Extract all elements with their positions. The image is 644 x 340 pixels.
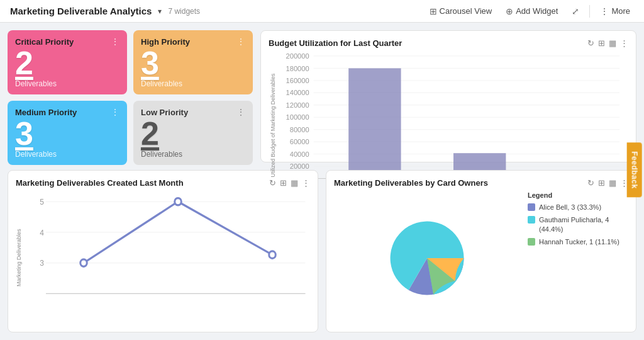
carousel-view-label: Carousel View (440, 6, 492, 16)
expand-button[interactable]: ⤢ (568, 4, 583, 19)
add-icon: ⊕ (506, 6, 513, 16)
card-menu-icon[interactable]: ⋮ (236, 107, 245, 117)
page-title: Marketing Deliverable Analytics (10, 6, 152, 16)
add-widget-button[interactable]: ⊕ Add Widget (502, 4, 562, 19)
expand-icon: ⤢ (572, 6, 579, 16)
card-menu-icon[interactable]: ⋮ (111, 107, 119, 117)
svg-text:3: 3 (40, 259, 44, 268)
top-row: Critical Priority ⋮ 2 Deliverables High … (8, 30, 636, 162)
legend-text-hannah: Hannah Tucker, 1 (11.1%) (539, 237, 619, 246)
y-axis-label: Utilized Budget of Marketing Deliverable… (269, 52, 276, 199)
card-menu-icon[interactable]: ⋮ (111, 37, 119, 47)
svg-text:40000: 40000 (290, 150, 309, 158)
title-dropdown-icon[interactable]: ▾ (158, 7, 162, 16)
pie-legend: Legend Alice Bell, 3 (33.3%) Gauthami Pu… (528, 191, 628, 324)
bottom-row: Marketing Deliverables Created Last Mont… (8, 170, 636, 332)
data-point (175, 198, 182, 205)
bar-oct (348, 68, 401, 178)
budget-chart-card: Budget Utilization for Last Quarter ↻ ⊞ … (260, 30, 636, 162)
svg-text:120000: 120000 (286, 101, 309, 109)
card-number: 3 (141, 47, 245, 79)
pie-chart-card: Marketing Deliverables by Card Owners ↻ … (326, 170, 636, 332)
divider (589, 5, 590, 18)
svg-text:100000: 100000 (286, 113, 309, 121)
chart-title: Marketing Deliverables by Card Owners (334, 178, 488, 188)
legend-color-hannah (528, 238, 535, 246)
grid-icon[interactable]: ⊞ (598, 178, 605, 188)
widget-count-badge: 7 widgets (168, 7, 200, 16)
view-icon[interactable]: ▦ (291, 178, 298, 188)
carousel-icon: ⊞ (430, 6, 437, 16)
view-icon[interactable]: ▦ (609, 178, 616, 188)
low-priority-card: Low Priority ⋮ 2 Deliverables (133, 101, 253, 165)
chart-title: Budget Utilization for Last Quarter (269, 38, 402, 48)
legend-item-hannah: Hannah Tucker, 1 (11.1%) (528, 237, 628, 246)
menu-icon[interactable]: ⋮ (620, 38, 628, 48)
view-icon[interactable]: ▦ (609, 38, 616, 48)
more-icon: ⋮ (600, 6, 609, 16)
legend-text-alice: Alice Bell, 3 (33.3%) (539, 203, 601, 212)
card-menu-icon[interactable]: ⋮ (236, 37, 245, 47)
legend-item-alice: Alice Bell, 3 (33.3%) (528, 203, 628, 212)
line-chart-area: Marketing Deliverables 5 4 3 (16, 191, 310, 324)
refresh-icon[interactable]: ↻ (587, 178, 594, 188)
add-widget-label: Add Widget (516, 6, 558, 16)
chart-actions: ↻ ⊞ ▦ ⋮ (587, 38, 628, 48)
y-axis-label: Marketing Deliverables (16, 191, 25, 324)
svg-text:200000: 200000 (286, 52, 309, 60)
carousel-view-button[interactable]: ⊞ Carousel View (426, 4, 496, 19)
chart-actions: ↻ ⊞ ▦ ⋮ (587, 178, 628, 188)
menu-icon[interactable]: ⋮ (302, 178, 310, 188)
legend-title: Legend (528, 191, 628, 199)
svg-text:5: 5 (40, 198, 44, 207)
priority-grid: Critical Priority ⋮ 2 Deliverables High … (8, 30, 253, 162)
card-number: 2 (141, 117, 245, 150)
grid-icon[interactable]: ⊞ (280, 178, 287, 188)
card-number: 3 (15, 117, 119, 150)
line-chart-svg: 5 4 3 (27, 191, 310, 324)
data-point (80, 259, 87, 266)
legend-color-gauthami (528, 216, 535, 224)
legend-item-gauthami: Gauthami Pulicharla, 4 (44.4%) (528, 215, 628, 234)
pie-chart-area: Legend Alice Bell, 3 (33.3%) Gauthami Pu… (334, 191, 628, 324)
svg-text:60000: 60000 (290, 138, 309, 145)
feedback-tab[interactable]: Feedback (626, 142, 641, 197)
svg-text:180000: 180000 (286, 65, 309, 72)
card-footer: Deliverables (141, 150, 245, 159)
svg-text:80000: 80000 (290, 126, 309, 133)
medium-priority-card: Medium Priority ⋮ 3 Deliverables (8, 101, 127, 165)
card-footer: Deliverables (15, 150, 119, 159)
card-footer: Deliverables (141, 79, 245, 88)
more-label: More (611, 6, 630, 16)
grid-icon[interactable]: ⊞ (598, 38, 605, 48)
card-footer: Deliverables (15, 79, 119, 88)
more-button[interactable]: ⋮ More (596, 4, 634, 19)
critical-priority-card: Critical Priority ⋮ 2 Deliverables (8, 30, 127, 94)
svg-text:4: 4 (40, 228, 44, 237)
top-bar: Marketing Deliverable Analytics ▾ 7 widg… (0, 0, 644, 23)
chart-header: Budget Utilization for Last Quarter ↻ ⊞ … (269, 38, 628, 48)
legend-text-gauthami: Gauthami Pulicharla, 4 (44.4%) (539, 215, 628, 234)
svg-text:160000: 160000 (286, 77, 309, 84)
pie-svg-container (334, 191, 520, 324)
svg-text:140000: 140000 (286, 89, 309, 96)
data-point (269, 251, 276, 258)
legend-color-alice (528, 203, 535, 211)
svg-text:20000: 20000 (290, 162, 309, 170)
refresh-icon[interactable]: ↻ (587, 38, 594, 48)
card-number: 2 (15, 47, 119, 79)
chart-title: Marketing Deliverables Created Last Mont… (16, 178, 184, 188)
main-content: Critical Priority ⋮ 2 Deliverables High … (0, 23, 644, 340)
high-priority-card: High Priority ⋮ 3 Deliverables (133, 30, 253, 94)
chart-header: Marketing Deliverables by Card Owners ↻ … (334, 178, 628, 188)
chart-header: Marketing Deliverables Created Last Mont… (16, 178, 310, 188)
pie-chart-final (374, 217, 480, 299)
